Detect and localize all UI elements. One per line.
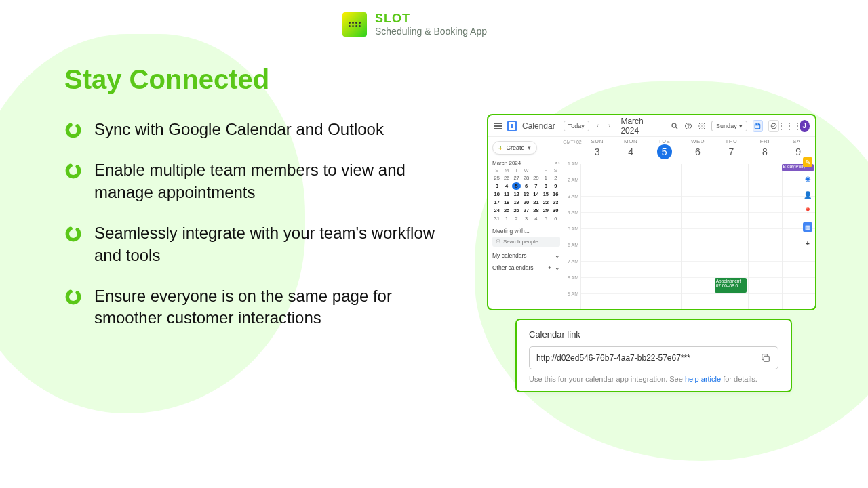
brand-name: SLOT <box>375 12 487 26</box>
svg-point-6 <box>688 127 689 128</box>
svg-point-7 <box>701 125 703 127</box>
contacts-icon[interactable]: 👤 <box>803 190 812 199</box>
link-card-title: Calendar link <box>529 329 778 340</box>
list-item-text: Seamlessly integrate with your team's wo… <box>94 222 444 266</box>
prev-button[interactable]: ‹ <box>595 122 601 129</box>
calendar-app-name: Calendar <box>522 121 555 131</box>
help-icon[interactable] <box>684 121 692 131</box>
chevron-down-icon: ⌄ <box>555 252 560 259</box>
search-icon[interactable] <box>671 121 679 131</box>
search-people-input[interactable]: ⚇ Search people <box>492 237 560 247</box>
svg-point-1 <box>65 163 82 180</box>
calendar-link-card: Calendar link Use this for your calendar… <box>515 319 792 392</box>
chevron-down-icon: ▾ <box>739 123 743 129</box>
svg-rect-8 <box>755 124 761 129</box>
help-text-post: for details. <box>721 375 757 383</box>
bullet-ring-icon <box>64 288 82 306</box>
svg-point-3 <box>65 289 82 306</box>
my-calendars-label: My calendars <box>492 252 527 259</box>
brand-header: SLOT Scheduling & Booking App <box>342 12 487 37</box>
chevron-down-icon: ▾ <box>528 144 531 151</box>
meeting-with-label: Meeting with... <box>492 228 560 235</box>
tasks-icon[interactable]: ◉ <box>803 174 812 183</box>
google-calendar-logo-icon <box>507 121 517 131</box>
search-people-placeholder: Search people <box>503 239 538 245</box>
my-calendars-toggle[interactable]: My calendars ⌄ <box>492 252 560 259</box>
list-item: Ensure everyone is on the same page for … <box>64 285 444 329</box>
calendar-main: GMT+02SUN3MON4TUE5WED6THU7FRI8SAT9 1 AM2… <box>564 137 815 310</box>
feature-list: Sync with Google Calendar and Outlook En… <box>64 119 444 348</box>
chevron-down-icon: ⌄ <box>555 264 560 271</box>
list-item-text: Enable multiple team members to view and… <box>94 159 444 203</box>
view-label: Sunday <box>716 123 737 129</box>
help-article-link[interactable]: help article <box>685 375 721 383</box>
list-item: Seamlessly integrate with your team's wo… <box>64 222 444 266</box>
page-title: Stay Connected <box>64 64 269 95</box>
list-item-text: Sync with Google Calendar and Outlook <box>94 119 384 140</box>
calendar-screenshot: Calendar Today ‹ › March 2024 Sunday▾ ⋮⋮… <box>487 114 816 310</box>
calendar-sidebar: + Create ▾ March 2024 ‹ › SMTWTFS2526272… <box>488 137 564 310</box>
menu-icon[interactable] <box>494 123 502 129</box>
svg-rect-10 <box>764 356 769 361</box>
svg-point-2 <box>65 226 82 243</box>
link-help-text: Use this for your calendar app integrati… <box>529 375 778 383</box>
month-label: March 2024 <box>620 117 657 136</box>
mini-month-label: March 2024 <box>492 160 521 166</box>
event-appointment[interactable]: Appointment 07:00–08:0 <box>715 278 747 293</box>
copy-icon[interactable] <box>760 352 771 363</box>
add-icon[interactable]: + <box>803 239 812 248</box>
calendar-toolbar: Calendar Today ‹ › March 2024 Sunday▾ ⋮⋮… <box>488 115 815 137</box>
apps-grid-icon[interactable]: ⋮⋮⋮ <box>785 121 794 131</box>
side-rail: ✎ ◉ 👤 📍 ▦ + <box>802 157 814 248</box>
plus-icon: + <box>498 144 502 152</box>
today-button[interactable]: Today <box>564 121 589 131</box>
next-button[interactable]: › <box>606 122 612 129</box>
link-input-wrap <box>529 346 778 369</box>
other-calendars-toggle[interactable]: Other calendars + ⌄ <box>492 264 560 271</box>
mini-calendar[interactable]: SMTWTFS252627282912345678910111213141516… <box>492 167 560 222</box>
brand-subtitle: Scheduling & Booking App <box>375 26 487 37</box>
help-text-pre: Use this for your calendar app integrati… <box>529 375 685 383</box>
svg-point-4 <box>672 123 676 127</box>
bullet-ring-icon <box>64 162 82 180</box>
add-calendar-icon[interactable]: + <box>548 264 551 271</box>
list-item: Sync with Google Calendar and Outlook <box>64 119 444 140</box>
keep-icon[interactable]: ✎ <box>803 157 812 167</box>
calendar-link-input[interactable] <box>536 353 755 363</box>
other-calendars-label: Other calendars <box>492 264 533 271</box>
create-label: Create <box>506 144 524 151</box>
people-icon: ⚇ <box>496 239 500 245</box>
svg-point-0 <box>65 122 82 139</box>
addon-icon[interactable]: ▦ <box>803 222 812 232</box>
avatar[interactable]: J <box>800 120 810 132</box>
create-button[interactable]: + Create ▾ <box>492 141 537 155</box>
view-select[interactable]: Sunday▾ <box>711 121 747 131</box>
mini-next-button[interactable]: › <box>558 160 560 166</box>
list-item-text: Ensure everyone is on the same page for … <box>94 285 444 329</box>
event-title: Appointment <box>716 279 745 283</box>
event-time: 07:00–08:0 <box>716 283 745 288</box>
bullet-ring-icon <box>64 121 82 139</box>
bullet-ring-icon <box>64 225 82 243</box>
maps-icon[interactable]: 📍 <box>803 206 812 216</box>
brand-logo-icon <box>342 12 367 37</box>
calendar-view-icon[interactable] <box>753 120 764 132</box>
mini-prev-button[interactable]: ‹ <box>555 160 557 166</box>
list-item: Enable multiple team members to view and… <box>64 159 444 203</box>
gear-icon[interactable] <box>698 121 706 131</box>
